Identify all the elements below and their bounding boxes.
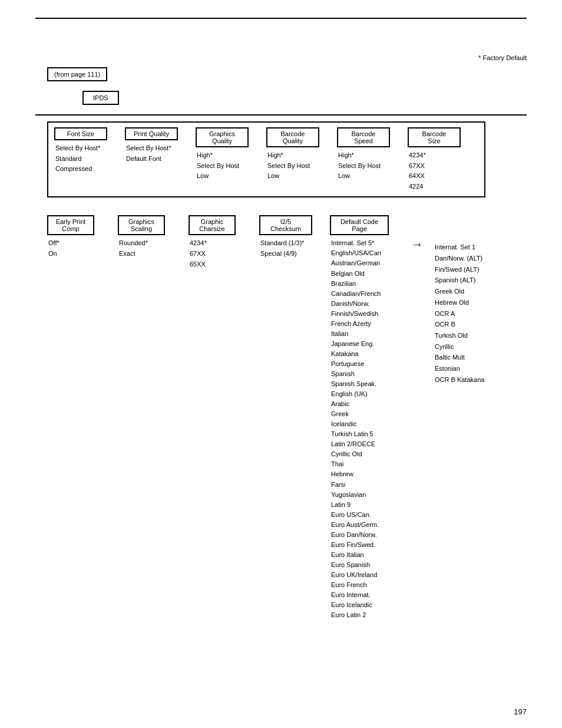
font-size-col: Font Size Select By Host* Standard Compr… — [54, 127, 113, 174]
ipds-box: IPDS — [82, 91, 119, 105]
right-col-values: Internat. Set 1 Dan/Norw. (ALT) Fin/Swed… — [435, 242, 484, 385]
barcode-speed-values: High* Select By Host Low — [337, 150, 381, 182]
rcv-val-2: Dan/Norw. (ALT) — [435, 253, 484, 264]
dcp-val-16: English (UK) — [331, 389, 381, 399]
dcp-val-11: Japanese Eng. — [331, 339, 381, 349]
from-page-box: (from page 111) — [47, 67, 107, 81]
i25-checksum-box: I2/5Checksum — [259, 215, 312, 235]
arrow-right-icon: → — [411, 238, 423, 251]
early-print-box: Early PrintComp — [47, 215, 94, 235]
dcp-val-15: Spanish Speak. — [331, 379, 381, 389]
rcv-val-10: Cyrillic — [435, 341, 484, 353]
dcp-val-26: Yugoslavian — [331, 490, 381, 500]
dcp-val-5: Brazilian — [331, 279, 381, 289]
rcv-val-3: Fin/Swed (ALT) — [435, 264, 484, 275]
dcp-val-32: Euro Italian — [331, 550, 381, 560]
dcp-val-14: Spanish — [331, 369, 381, 379]
font-size-val-2: Standard — [55, 154, 100, 164]
rcv-val-7: OCR A — [435, 308, 484, 319]
dcp-val-7: Danish/Norw. — [331, 299, 381, 309]
i25-val-1: Standard (1/3)* — [260, 238, 305, 249]
graphic-charsize-col: GraphicCharsize 4234* 67XX 65XX — [189, 215, 247, 269]
rcv-val-11: Baltic Mult — [435, 352, 484, 363]
dcp-val-13: Portuguese — [331, 359, 381, 369]
print-quality-val-2: Default Font — [126, 154, 171, 164]
dcp-val-23: Thai — [331, 459, 381, 469]
gq-val-2: Select By Host — [197, 161, 239, 172]
dcp-val-21: Latin 2/ROECE — [331, 439, 381, 449]
dcp-val-38: Euro Latin 2 — [331, 610, 381, 620]
ep-val-1: Off* — [48, 238, 59, 249]
default-code-page-values: Internat. Set 5* English/USA/Can Austria… — [330, 238, 381, 620]
dcp-val-34: Euro UK/Ireland — [331, 570, 381, 580]
print-quality-values: Select By Host* Default Font — [125, 143, 171, 164]
font-size-val-3: Compressed — [55, 164, 100, 174]
gs-val-1: Rounded* — [119, 238, 148, 249]
bsz-val-3: 64XX — [409, 171, 426, 182]
graphics-scaling-col: GraphicsScaling Rounded* Exact — [118, 215, 177, 259]
section1-line — [35, 114, 527, 116]
graphics-scaling-values: Rounded* Exact — [118, 238, 148, 259]
early-print-col: Early PrintComp Off* On — [47, 215, 106, 259]
rcv-val-12: Estonian — [435, 363, 484, 374]
dcp-val-36: Euro Internat. — [331, 590, 381, 600]
dcp-val-33: Euro Spanish — [331, 560, 381, 570]
barcode-quality-box: BarcodeQuality — [266, 127, 319, 147]
dcp-val-31: Euro Fin/Swed. — [331, 540, 381, 550]
factory-default-note: * Factory Default — [35, 54, 527, 61]
page-number-text: 197 — [514, 707, 527, 716]
barcode-speed-col: BarcodeSpeed High* Select By Host Low — [337, 127, 396, 182]
dcp-val-27: Latin 9 — [331, 500, 381, 510]
section2: Early PrintComp Off* On GraphicsScaling … — [35, 215, 527, 620]
i25-val-2: Special (4/9) — [260, 249, 305, 259]
gc-val-1: 4234* — [190, 238, 207, 249]
gq-val-3: Low — [197, 171, 239, 182]
factory-default-text: * Factory Default — [478, 54, 527, 61]
dcp-val-12: Katakana — [331, 349, 381, 359]
graphics-scaling-box: GraphicsScaling — [118, 215, 165, 235]
page-number: 197 — [514, 707, 527, 716]
dcp-val-2: English/USA/Can — [331, 248, 381, 258]
dcp-val-9: French Azerty — [331, 319, 381, 329]
dcp-val-17: Arabic — [331, 399, 381, 409]
bs-val-1: High* — [338, 150, 381, 161]
dcp-val-37: Euro Icelandic — [331, 600, 381, 610]
dcp-val-20: Turkish Latin 5 — [331, 429, 381, 439]
bsz-val-4: 4224 — [409, 182, 426, 192]
print-quality-col: Print Quality Select By Host* Default Fo… — [125, 127, 184, 164]
barcode-quality-col: BarcodeQuality High* Select By Host Low — [266, 127, 325, 182]
barcode-speed-box: BarcodeSpeed — [337, 127, 390, 147]
graphics-quality-col: GraphicsQuality High* Select By Host Low — [196, 127, 254, 182]
barcode-size-col: BarcodeSize 4234* 67XX 64XX 4224 — [408, 127, 467, 192]
dcp-val-3: Austrian/German — [331, 258, 381, 268]
gc-val-2: 67XX — [190, 249, 207, 259]
dcp-val-6: Canadian/French — [331, 289, 381, 299]
rcv-val-9: Turkish Old — [435, 330, 484, 341]
font-size-values: Select By Host* Standard Compressed — [54, 143, 100, 174]
rcv-val-1: Internat. Set 1 — [435, 242, 484, 253]
print-quality-box: Print Quality — [125, 127, 178, 140]
gq-val-1: High* — [197, 150, 239, 161]
dcp-val-25: Farsi — [331, 480, 381, 490]
rcv-val-6: Hebrew Old — [435, 297, 484, 308]
i25-checksum-values: Standard (1/3)* Special (4/9) — [259, 238, 305, 259]
ep-val-2: On — [48, 249, 59, 259]
i25-checksum-col: I2/5Checksum Standard (1/3)* Special (4/… — [259, 215, 318, 259]
bsz-val-1: 4234* — [409, 150, 426, 161]
bs-val-3: Low — [338, 171, 381, 182]
dcp-val-18: Greek — [331, 409, 381, 419]
default-code-page-box: Default CodePage — [330, 215, 389, 235]
gs-val-2: Exact — [119, 249, 148, 259]
bq-val-3: Low — [267, 171, 310, 182]
rcv-val-8: OCR B — [435, 319, 484, 330]
bs-val-2: Select By Host — [338, 161, 381, 172]
early-print-values: Off* On — [47, 238, 59, 259]
top-divider — [35, 18, 527, 19]
rcv-val-13: OCR B Katakana — [435, 374, 484, 386]
rcv-val-4: Spanish (ALT) — [435, 275, 484, 286]
dcp-val-35: Euro French — [331, 580, 381, 590]
dcp-val-29: Euro Aust/Germ. — [331, 520, 381, 530]
graphic-charsize-box: GraphicCharsize — [189, 215, 236, 235]
graphics-quality-values: High* Select By Host Low — [196, 150, 239, 182]
section1: (from page 111) IPDS Font Size Select By… — [35, 67, 527, 197]
